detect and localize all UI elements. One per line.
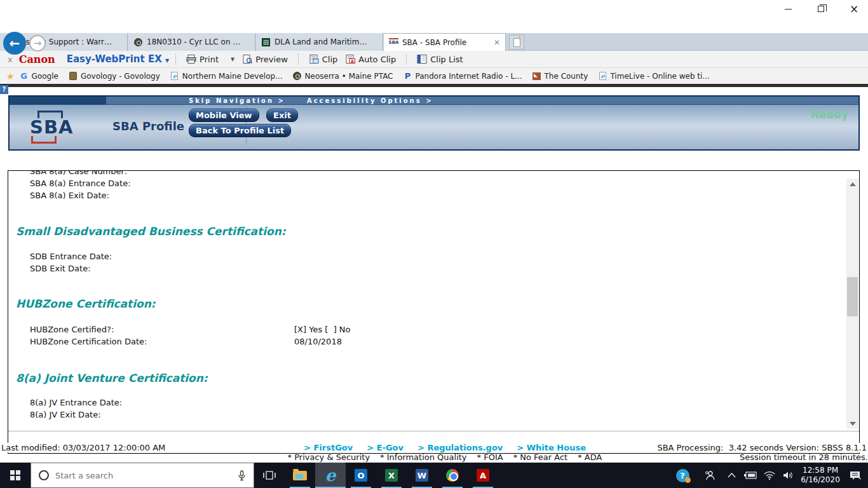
chrome-icon (446, 469, 459, 482)
acrobat-icon: A (477, 469, 489, 482)
print-dropdown-icon[interactable]: ▼ (231, 57, 234, 62)
tab-neoserra[interactable]: 18N0310 - Cyr LLC on Neoserr... (128, 33, 255, 51)
excel-icon: X (385, 469, 398, 482)
preview-button[interactable]: Preview (238, 55, 292, 64)
taskbar-app-chrome[interactable] (437, 463, 468, 488)
favorite-neoserra[interactable]: Neoserra • Maine PTAC (288, 72, 398, 81)
back-button[interactable]: ← (3, 32, 26, 55)
sba-processing-text: SBA Processing: 3.42 seconds Version: SB… (657, 443, 867, 452)
back-to-profile-list-button[interactable]: Back To Profile List (189, 124, 291, 137)
foia-link[interactable]: * FOIA (477, 452, 503, 462)
help-icon[interactable]: ? (0, 85, 8, 94)
toolbar-close-button[interactable]: x (8, 55, 13, 64)
tab-label: SBA - SBA Profile (402, 38, 466, 47)
favorite-timelive[interactable]: eTimeLive - Online web ti... (593, 72, 714, 81)
print-button[interactable]: Print ▼ (182, 55, 238, 64)
scroll-up-button[interactable] (846, 179, 858, 189)
strip-segment (10, 97, 106, 105)
maximize-button[interactable] (807, 0, 835, 18)
clip-list-button[interactable]: Clip List (413, 55, 466, 64)
tab-label: 18N0310 - Cyr LLC on Neoserr... (147, 37, 242, 46)
forward-button[interactable]: → (29, 35, 46, 51)
mobile-view-button[interactable]: Mobile View (189, 109, 259, 122)
tab-close-icon[interactable]: ✕ (489, 38, 500, 47)
section-heading-sdb: Small Disadvantaged Business Certificati… (16, 225, 286, 238)
internet-explorer-icon: e (325, 467, 336, 484)
privacy-security-link[interactable]: * Privacy & Security (288, 452, 370, 462)
taskbar-search-input[interactable] (55, 471, 238, 480)
svg-text:A: A (351, 59, 354, 64)
taskbar-app-outlook[interactable]: O (346, 463, 376, 488)
microphone-icon[interactable] (238, 470, 246, 481)
battery-button[interactable] (741, 471, 760, 479)
taskbar-search[interactable] (31, 463, 254, 488)
tab-bar: e Alside : Support : Warranties 18N0310 … (0, 33, 868, 51)
ada-link[interactable]: * ADA (578, 452, 602, 462)
information-quality-link[interactable]: * Information Quality (380, 452, 466, 462)
action-center-button[interactable] (843, 470, 868, 481)
taskbar-app-excel[interactable]: X (376, 463, 407, 488)
favorite-google[interactable]: GGoogle (15, 72, 64, 81)
accessibility-options-link[interactable]: Accessibility Options > (307, 97, 433, 104)
page-content: ? Skip Navigation > Accessibility Option… (0, 87, 868, 463)
action-center-icon (850, 470, 862, 481)
tab-sba-profile-active[interactable]: SBA SBA - SBA Profile ✕ (384, 33, 506, 51)
wifi-button[interactable] (760, 471, 779, 480)
start-button[interactable] (0, 463, 31, 488)
firstgov-link[interactable]: > FirstGov (304, 443, 353, 452)
tray-overflow-button[interactable] (722, 473, 741, 478)
navigation-bar: ← → SBA https://web.sba.gov/pro-net/sear… (0, 18, 868, 33)
minimize-button[interactable] (774, 0, 802, 18)
canon-toolbar: x Canon Easy-WebPrint EX ▼ Print ▼ Previ… (0, 51, 868, 68)
scrollbar-thumb[interactable] (847, 277, 858, 316)
close-button[interactable]: × (840, 0, 868, 18)
no-fear-act-link[interactable]: * No Fear Act (513, 452, 568, 462)
new-tab-button[interactable] (509, 35, 524, 50)
scroll-up-icon (850, 182, 856, 186)
sba-logo: SBA (30, 111, 76, 144)
people-button[interactable] (696, 470, 722, 481)
tab-dla[interactable]: DLA Land and Maritime Virtual... (256, 33, 383, 51)
task-view-button[interactable] (254, 463, 285, 488)
clip-button[interactable]: Clip (305, 55, 342, 64)
pandora-icon: P (403, 72, 412, 81)
favorite-northern-maine[interactable]: eNorthern Maine Develop... (165, 72, 288, 81)
white-house-link[interactable]: > White House (517, 443, 586, 452)
cortana-icon (39, 470, 49, 480)
taskbar-app-acrobat[interactable]: A (468, 463, 498, 488)
page-title: SBA Profile (112, 119, 184, 133)
taskbar-app-file-explorer[interactable] (285, 463, 315, 488)
divider (406, 53, 407, 65)
help-tray-button[interactable]: ? (668, 469, 696, 482)
skip-navigation-link[interactable]: Skip Navigation > (189, 97, 285, 104)
vertical-scrollbar[interactable] (846, 179, 858, 429)
volume-button[interactable] (779, 471, 798, 480)
taskbar-clock[interactable]: 12:58 PM 6/16/2020 (798, 466, 843, 485)
tab-label: DLA Land and Maritime Virtual... (275, 37, 370, 46)
auto-clip-icon: A (345, 55, 355, 64)
forward-arrow-icon: → (34, 37, 42, 49)
scroll-down-icon (850, 422, 856, 426)
favorite-pandora[interactable]: PPandora Internet Radio - L... (398, 72, 527, 81)
divider (298, 53, 299, 65)
favorite-the-county[interactable]: The County (527, 72, 593, 81)
chevron-up-icon (728, 473, 736, 478)
exit-button[interactable]: Exit (266, 109, 298, 122)
taskbar-app-word[interactable]: W (407, 463, 437, 488)
page-footer-row-1: Last modified: 03/03/2017 12:00:00 AM > … (0, 443, 868, 452)
egov-link[interactable]: > E-Gov (367, 443, 403, 452)
favorite-govology[interactable]: Govology - Govology (64, 72, 165, 81)
taskbar-app-internet-explorer[interactable]: e (315, 463, 346, 488)
ie-page-icon: e (170, 72, 179, 81)
back-arrow-icon: ← (10, 36, 20, 51)
auto-clip-button[interactable]: A Auto Clip (341, 55, 400, 64)
add-favorite-icon[interactable]: ★ (6, 71, 15, 81)
neoserra-tab-icon (133, 37, 143, 47)
header-top-strip: Skip Navigation > Accessibility Options … (10, 97, 858, 105)
help-bubble-icon: ? (676, 469, 689, 482)
govology-icon (69, 72, 78, 81)
scroll-down-button[interactable] (846, 418, 858, 429)
regulations-link[interactable]: > Regulations.gov (417, 443, 503, 452)
profile-frame: SBA 8(a) Case Number: SBA 8(a) Entrance … (8, 170, 860, 454)
easy-webprint-menu[interactable]: Easy-WebPrint EX ▼ (67, 53, 169, 65)
